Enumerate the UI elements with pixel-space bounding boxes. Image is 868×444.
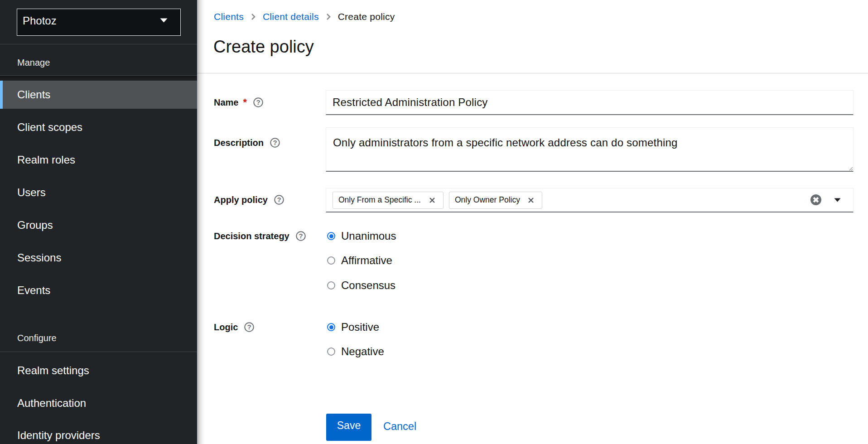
svg-text:?: ? (277, 196, 281, 203)
svg-text:?: ? (256, 98, 260, 106)
svg-text:?: ? (273, 139, 277, 146)
svg-text:?: ? (247, 323, 251, 331)
svg-text:?: ? (299, 232, 303, 240)
